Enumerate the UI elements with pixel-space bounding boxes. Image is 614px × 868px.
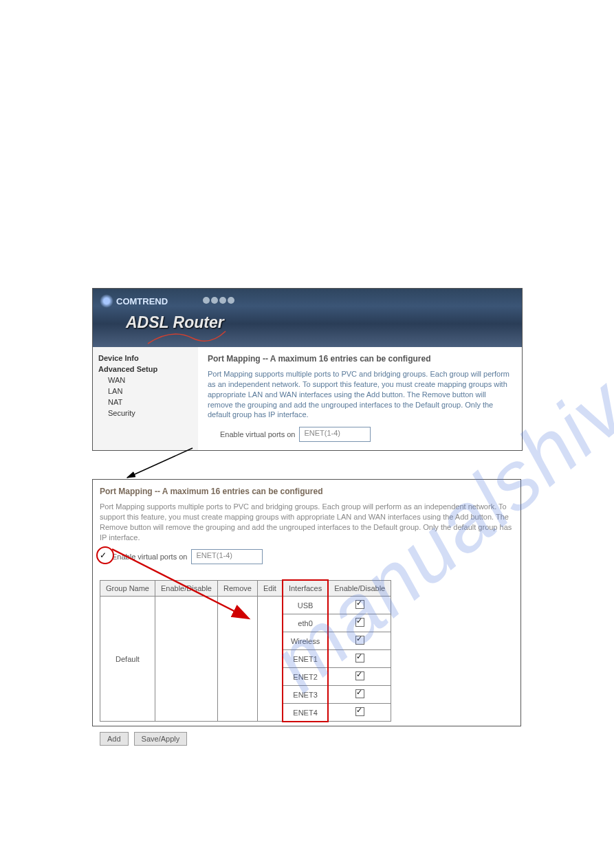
enable-row-bottom: Enable virtual ports on ENET(1-4): [100, 549, 514, 564]
enable-checkbox-bottom[interactable]: [100, 553, 108, 561]
banner: COMTREND ADSL Router: [93, 289, 522, 347]
th-group-name: Group Name: [100, 580, 155, 597]
brand-logo-icon: [100, 294, 113, 308]
enable-checkbox-top[interactable]: [208, 430, 216, 438]
cell-interface: USB: [283, 597, 328, 614]
sidebar-item-lan[interactable]: LAN: [98, 386, 198, 397]
cell-enable-disable-group: [155, 597, 217, 722]
enable-input-bottom[interactable]: ENET(1-4): [191, 549, 263, 564]
th-interfaces: Interfaces: [283, 580, 328, 597]
iface-checkbox[interactable]: [355, 636, 364, 645]
sidebar-item-device-info[interactable]: Device Info: [98, 353, 198, 364]
iface-checkbox[interactable]: [355, 618, 364, 627]
cell-iface-checkbox: [328, 686, 391, 704]
iface-checkbox[interactable]: [355, 671, 364, 680]
cell-iface-checkbox: [328, 614, 391, 632]
add-button[interactable]: Add: [100, 732, 129, 746]
iface-checkbox[interactable]: [355, 600, 364, 609]
cell-iface-checkbox: [328, 632, 391, 650]
cell-interface: ENET3: [283, 686, 328, 704]
enable-label-bottom: Enable virtual ports on: [112, 553, 187, 561]
brand-logo-text: COMTREND: [116, 296, 168, 307]
sidebar-item-nat[interactable]: NAT: [98, 397, 198, 408]
enable-label-top: Enable virtual ports on: [220, 430, 295, 438]
cell-edit: [257, 597, 282, 722]
th-enable-disable-2: Enable/Disable: [328, 580, 391, 597]
cell-iface-checkbox: [328, 668, 391, 686]
cell-interface: eth0: [283, 614, 328, 632]
svg-line-0: [127, 448, 193, 478]
th-enable-disable-1: Enable/Disable: [155, 580, 217, 597]
section-description-top: Port Mapping supports multiple ports to …: [208, 369, 512, 420]
button-row: Add Save/Apply: [100, 732, 514, 746]
th-remove: Remove: [217, 580, 257, 597]
banner-title: ADSL Router: [126, 313, 224, 332]
cell-interface: ENET2: [283, 668, 328, 686]
iface-checkbox[interactable]: [355, 707, 364, 716]
iface-checkbox[interactable]: [355, 654, 364, 663]
section-description-bottom: Port Mapping supports multiple ports to …: [100, 502, 514, 542]
cell-interface: Wireless: [283, 632, 328, 650]
port-mapping-panel-bottom: Port Mapping -- A maximum 16 entries can…: [92, 479, 521, 726]
save-apply-button[interactable]: Save/Apply: [134, 732, 188, 746]
cell-group-name: Default: [100, 597, 155, 722]
cell-interface: ENET1: [283, 650, 328, 668]
enable-row-top: Enable virtual ports on ENET(1-4): [208, 427, 512, 442]
table-header-row: Group Name Enable/Disable Remove Edit In…: [100, 580, 391, 597]
section-title-top: Port Mapping -- A maximum 16 entries can…: [208, 354, 512, 364]
enable-input-top[interactable]: ENET(1-4): [299, 427, 371, 442]
sidebar: Device Info Advanced Setup WAN LAN NAT S…: [93, 347, 198, 450]
content-area-top: Port Mapping -- A maximum 16 entries can…: [198, 347, 522, 450]
port-mapping-table: Group Name Enable/Disable Remove Edit In…: [100, 579, 391, 722]
iface-checkbox[interactable]: [355, 689, 364, 698]
sidebar-item-wan[interactable]: WAN: [98, 375, 198, 386]
sidebar-item-security[interactable]: Security: [98, 408, 198, 419]
cell-iface-checkbox: [328, 704, 391, 722]
banner-decor-circles: [203, 297, 234, 304]
table-row: Default USB: [100, 597, 391, 614]
cell-iface-checkbox: [328, 597, 391, 614]
brand-logo: COMTREND: [100, 294, 168, 308]
cell-iface-checkbox: [328, 650, 391, 668]
arrow-between-panels-icon: [120, 447, 196, 481]
section-title-bottom: Port Mapping -- A maximum 16 entries can…: [100, 487, 514, 496]
sidebar-item-advanced-setup[interactable]: Advanced Setup: [98, 364, 198, 375]
cell-remove: [217, 597, 257, 722]
cell-interface: ENET4: [283, 704, 328, 722]
router-admin-panel-top: COMTREND ADSL Router Device Info Advance…: [92, 288, 523, 451]
panel-body: Device Info Advanced Setup WAN LAN NAT S…: [93, 347, 522, 450]
th-edit: Edit: [257, 580, 282, 597]
